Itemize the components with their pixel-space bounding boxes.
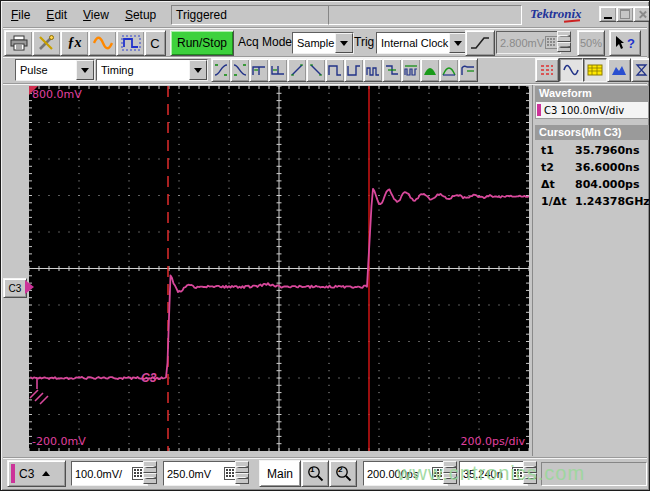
function-button[interactable]: ƒx (60, 30, 89, 56)
pulse-button[interactable] (116, 30, 145, 56)
vertical-scale-spinner[interactable] (143, 461, 157, 484)
chevron-down-icon[interactable] (189, 60, 207, 80)
burst-icon (366, 63, 380, 77)
cursors-header: Cursors(Mn C3) (535, 125, 649, 140)
neg-overshoot-icon (442, 63, 456, 77)
spin-up-icon (557, 31, 571, 42)
trigger-level-spinner[interactable] (557, 31, 571, 52)
chevron-down-icon[interactable] (335, 33, 353, 53)
channel-select-button[interactable]: C3 (7, 460, 66, 487)
vertical-scale-field[interactable]: 100.0mV/ (71, 461, 148, 486)
c-button[interactable]: C (144, 30, 166, 56)
waveform-view-button[interactable] (559, 58, 583, 82)
horizontal-position-spinner[interactable] (523, 461, 537, 484)
run-stop-button[interactable]: Run/Stop (170, 30, 234, 56)
tools-button[interactable] (32, 30, 61, 56)
measure-pos-pulse-button[interactable] (325, 58, 345, 82)
pulse-icon (121, 35, 141, 51)
spin-up-icon (443, 461, 457, 473)
measure-settle-button[interactable] (458, 58, 478, 82)
horizontal-position-field[interactable]: 35.240n (459, 461, 528, 486)
spin-up-icon (523, 461, 537, 473)
measure-neg-pulse-button[interactable] (344, 58, 364, 82)
trigger-level-field[interactable]: 2.800mV (496, 31, 561, 54)
hourglass-icon (635, 63, 648, 77)
horizontal-scale-field[interactable]: 200.000ps (363, 461, 448, 486)
maximize-button[interactable] (616, 6, 634, 22)
measure-fall-time-button[interactable] (230, 58, 250, 82)
status-panel-empty (328, 5, 522, 25)
horizontal-mode-button[interactable]: Main (259, 460, 301, 487)
delay-icon (385, 63, 399, 77)
horizontal-scale-spinner[interactable] (443, 461, 457, 484)
minimize-button[interactable] (599, 6, 617, 22)
hourglass-view-button[interactable] (631, 58, 650, 82)
pos-width-icon (252, 63, 266, 77)
neg-pulse-icon (347, 63, 361, 77)
waveform-header: Waveform (535, 86, 649, 101)
measure-burst-button[interactable] (363, 58, 383, 82)
readout-row: Δt 804.000ps (535, 176, 649, 193)
channel-color-swatch (537, 104, 541, 116)
sine-icon (563, 63, 579, 77)
channel-scale-row[interactable]: C3 100.0mV/div (535, 101, 649, 119)
menu-edit[interactable]: Edit (38, 4, 75, 26)
oscilloscope-window: File Edit View Setup Utilities Help Trig… (0, 0, 650, 491)
menu-view[interactable]: View (75, 4, 117, 26)
mass-view-button[interactable] (607, 58, 631, 82)
neg-width-icon (271, 63, 285, 77)
measure-rise-time-button[interactable] (211, 58, 231, 82)
channel-marker[interactable]: C3 (3, 278, 33, 297)
histogram-icon (587, 63, 603, 77)
measure-category-select[interactable]: Timing (96, 59, 208, 81)
readout-row: t2 36.6000ns (535, 159, 649, 176)
print-button[interactable] (4, 30, 33, 56)
histogram-view-button[interactable] (583, 58, 607, 82)
bottom-voltage-label: -200.0mV (32, 435, 86, 448)
measure-pattern-button[interactable] (401, 58, 421, 82)
measure-neg-overshoot-button[interactable] (439, 58, 459, 82)
spin-up-icon (143, 461, 157, 473)
trig-label: Trig (354, 35, 374, 49)
acq-mode-select[interactable]: Sample (292, 32, 354, 54)
measure-fall-slew-button[interactable] (306, 58, 326, 82)
zoom1-button[interactable]: 1 (301, 460, 329, 487)
cursors-toggle-button[interactable] (535, 58, 559, 82)
trigger-slope-button[interactable] (465, 30, 495, 56)
menu-setup[interactable]: Setup (117, 4, 164, 26)
measure-pos-overshoot-button[interactable] (420, 58, 440, 82)
cursor-readouts: t1 35.7960ns t2 36.6000ns Δt 804.000ps 1… (535, 142, 649, 210)
spin-down-icon (523, 473, 537, 485)
trace-handle-label[interactable]: C3 (141, 371, 156, 385)
measure-delay-button[interactable] (382, 58, 402, 82)
close-icon (638, 10, 647, 19)
minimize-icon (604, 17, 612, 19)
settle-icon (461, 63, 475, 77)
signal-type-select[interactable]: Pulse (15, 59, 95, 81)
spin-up-icon (235, 461, 249, 473)
vertical-position-field[interactable]: 250.0mV (163, 461, 240, 486)
measure-rise-slew-button[interactable] (287, 58, 307, 82)
menu-file[interactable]: File (3, 4, 38, 26)
set-50pct-button[interactable]: 50% (577, 30, 605, 56)
waveform-plot (29, 86, 529, 451)
spin-down-icon (443, 473, 457, 485)
zoom2-button[interactable]: 2 (329, 460, 357, 487)
waveform-button[interactable] (88, 30, 117, 56)
readout-panel: Waveform C3 100.0mV/div Cursors(Mn C3) t… (532, 85, 650, 456)
divider (3, 27, 647, 29)
readout-row: t1 35.7960ns (535, 142, 649, 159)
context-help-button[interactable]: ? (609, 30, 641, 56)
channel-arrow-icon (25, 280, 34, 294)
close-button[interactable] (633, 6, 650, 22)
measure-pos-width-button[interactable] (249, 58, 269, 82)
measure-neg-width-button[interactable] (268, 58, 288, 82)
maximize-icon (620, 9, 630, 19)
graticule-area[interactable]: 800.0mV -200.0mV 200.0ps/div C3 (29, 86, 529, 451)
chevron-down-icon[interactable] (76, 60, 94, 80)
trigger-status-panel: Triggered (171, 5, 329, 25)
vertical-position-spinner[interactable] (235, 461, 249, 484)
print-icon (10, 35, 28, 51)
trigger-source-select[interactable]: Internal Clock (376, 32, 468, 54)
pos-pulse-icon (328, 63, 342, 77)
